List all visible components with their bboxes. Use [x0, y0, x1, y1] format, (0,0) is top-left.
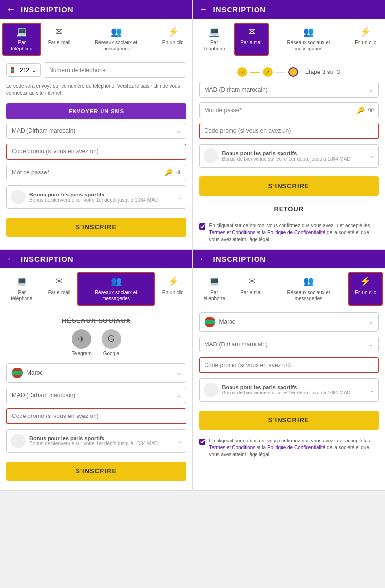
step-dot-3 [288, 67, 298, 77]
devise-group-bl: MAD (Dirham marocain) ⌄ [6, 388, 186, 403]
devise-chevron-br: ⌄ [368, 341, 373, 348]
email-icon-bl: ✉ [55, 276, 63, 287]
telegram-item[interactable]: ✈ Telegram [72, 329, 92, 356]
tab-email-label-tl: Par e-mail [48, 39, 71, 46]
country-row-br[interactable]: Maroc ⌄ [199, 312, 379, 332]
password-input-tr[interactable] [199, 102, 379, 118]
terms-link2-tr[interactable]: Politique de Confidentialité [267, 230, 325, 235]
email-icon-tr: ✉ [248, 26, 256, 38]
social-icon-tr: 👥 [303, 26, 314, 38]
panel-bottom-right: ← INSCRIPTION 💻 Par téléphone ✉ Par e-ma… [193, 249, 385, 490]
tab-social-label-tr: Réseaux sociaux et messageries [275, 39, 342, 52]
tab-bar-top-left: 💻 Par téléphone ✉ Par e-mail 👥 Réseaux s… [0, 19, 192, 56]
devise-group-br: MAD (Dirham marocain) ⌄ [199, 337, 379, 352]
terms-checkbox-br[interactable] [199, 439, 205, 445]
phone-hint: Le code sera envoyé sur ce numéro de tél… [6, 83, 186, 97]
panel-top-left-body: +212 ⌄ Le code sera envoyé sur ce numéro… [0, 56, 192, 246]
bonus-image [11, 190, 26, 204]
bonus-chevron-bl: ⌄ [177, 438, 182, 444]
tab-social-tl[interactable]: 👥 Réseaux sociaux et messageries [77, 23, 155, 56]
terms-link1-tr[interactable]: Termes et Conditions [209, 230, 256, 235]
phone-input[interactable] [44, 62, 186, 78]
tab-oneclick-tl[interactable]: ⚡ En un clic [156, 23, 190, 56]
promo-input-tr[interactable] [199, 123, 379, 139]
terms-link1-br[interactable]: Termes et Conditions [209, 445, 256, 450]
back-arrow-icon-br[interactable]: ← [199, 254, 208, 264]
tab-bar-top-right: 💻 Par téléphone ✉ Par e-mail 👥 Réseaux s… [193, 19, 385, 56]
promo-group [6, 144, 186, 160]
promo-input-br[interactable] [199, 357, 379, 373]
panel-top-right: ← INSCRIPTION 💻 Par téléphone ✉ Par e-ma… [193, 0, 385, 249]
devise-select-bl[interactable]: MAD (Dirham marocain) ⌄ [6, 388, 186, 403]
bonus-desc: Bonus de bienvenue sur votre 1er dépôt j… [29, 197, 173, 203]
inscire-button-bl[interactable]: S'INSCRIRE [6, 462, 186, 481]
bonus-chevron-tr: ⌄ [369, 152, 374, 159]
inscire-button-tl[interactable]: S'INSCRIRE [6, 218, 186, 237]
devise-chevron: ⌄ [176, 127, 181, 134]
tab-oneclick-tr[interactable]: ⚡ En un clic [348, 23, 383, 56]
tab-social-br[interactable]: 👥 Réseaux sociaux et messageries [270, 272, 347, 305]
send-sms-button[interactable]: ENVOYER UN SMS [6, 103, 186, 119]
password-group-tr: 🔑 👁 [199, 102, 379, 118]
social-icon-bl: 👥 [111, 276, 122, 287]
tab-bar-bottom-left: 💻 Par téléphone ✉ Par e-mail 👥 Réseaux s… [0, 268, 192, 306]
back-arrow-icon[interactable]: ← [6, 4, 16, 15]
tab-email-bl[interactable]: ✉ Par e-mail [42, 272, 77, 305]
step-line-1 [250, 72, 260, 73]
tab-email-br[interactable]: ✉ Par e-mail [234, 272, 269, 305]
bonus-row[interactable]: Bonus pour les paris sportifs Bonus de b… [6, 185, 186, 209]
key-icon-tr: 🔑 [357, 106, 365, 114]
tab-email-tr[interactable]: ✉ Par e-mail [234, 23, 269, 56]
email-icon-tl: ✉ [55, 26, 63, 38]
tab-oneclick-bl[interactable]: ⚡ En un clic [156, 272, 190, 305]
email-icon-br: ✉ [248, 276, 256, 287]
google-item[interactable]: G Google [102, 329, 121, 356]
password-input[interactable] [6, 165, 186, 180]
bonus-row-tr[interactable]: Bonus pour les paris sportifs Bonus de b… [199, 144, 379, 168]
tab-phone-label-br: Par téléphone [200, 289, 229, 302]
devise-select-br[interactable]: MAD (Dirham marocain) ⌄ [199, 337, 379, 352]
bonus-row-br[interactable]: Bonus pour les paris sportifs Bonus de b… [199, 378, 379, 402]
terms-link2-br[interactable]: Politique de Confidentialité [267, 445, 325, 450]
tab-social-tr[interactable]: 👥 Réseaux sociaux et messageries [270, 23, 347, 56]
tab-email-tl[interactable]: ✉ Par e-mail [42, 23, 77, 56]
eye-icon-tr[interactable]: 👁 [368, 106, 375, 114]
bonus-row-bl[interactable]: Bonus pour les paris sportifs Bonus de b… [6, 429, 186, 453]
flag-circle-bl [12, 368, 23, 378]
eye-icon[interactable]: 👁 [176, 169, 182, 176]
back-arrow-icon-bl[interactable]: ← [6, 254, 16, 264]
tab-phone-br[interactable]: 💻 Par téléphone [195, 272, 234, 305]
tab-oneclick-br[interactable]: ⚡ En un clic [348, 272, 383, 305]
inscire-button-tr[interactable]: S'INSCRIRE [199, 176, 379, 196]
panel-bottom-left: ← INSCRIPTION 💻 Par téléphone ✉ Par e-ma… [0, 249, 193, 490]
bonus-desc-br: Bonus de bienvenue sur votre 1er dépôt j… [222, 390, 366, 395]
bonus-title-tr: Bonus pour les paris sportifs [222, 150, 366, 156]
main-grid: ← INSCRIPTION 💻 Par téléphone ✉ Par e-ma… [0, 0, 385, 491]
country-code-select[interactable]: +212 ⌄ [6, 63, 41, 77]
devise-select[interactable]: MAD (Dirham marocain) ⌄ [6, 123, 186, 139]
country-row-bl[interactable]: Maroc ⌄ [6, 363, 186, 383]
bonus-desc-tr: Bonus de bienvenue sur votre 1er dépôt j… [222, 156, 366, 162]
retour-button-tr[interactable]: RETOUR [199, 201, 379, 217]
tab-phone-tl[interactable]: 💻 Par téléphone [2, 23, 41, 56]
inscire-button-br[interactable]: S'INSCRIRE [199, 411, 379, 430]
terms-checkbox-tr[interactable] [199, 223, 205, 230]
devise-value-bl: MAD (Dirham marocain) [12, 392, 75, 399]
panel-bottom-right-body: Maroc ⌄ MAD (Dirham marocain) ⌄ Bonus po… [193, 306, 385, 464]
promo-input-bl[interactable] [6, 408, 186, 424]
devise-group-tr: MAD (Dirham marocain) ⌄ [199, 82, 379, 98]
tab-oneclick-label-bl: En un clic [162, 289, 183, 295]
devise-chevron-tr: ⌄ [368, 86, 373, 93]
bonus-chevron: ⌄ [177, 194, 182, 200]
tab-email-label-br: Par e-mail [240, 289, 263, 295]
promo-input[interactable] [6, 144, 186, 160]
panel-bottom-left-title: INSCRIPTION [21, 255, 74, 263]
back-arrow-icon-tr[interactable]: ← [199, 4, 208, 15]
devise-select-tr[interactable]: MAD (Dirham marocain) ⌄ [199, 82, 379, 98]
tab-social-label-tl: Réseaux sociaux et messageries [82, 39, 150, 52]
tab-phone-tr[interactable]: 💻 Par téléphone [195, 23, 234, 56]
tab-social-bl[interactable]: 👥 Réseaux sociaux et messageries [77, 272, 155, 305]
terms-text-tr: En cliquant sur ce bouton, vous confirme… [209, 222, 379, 243]
tab-phone-bl[interactable]: 💻 Par téléphone [2, 272, 41, 305]
flag-icon [11, 67, 14, 74]
